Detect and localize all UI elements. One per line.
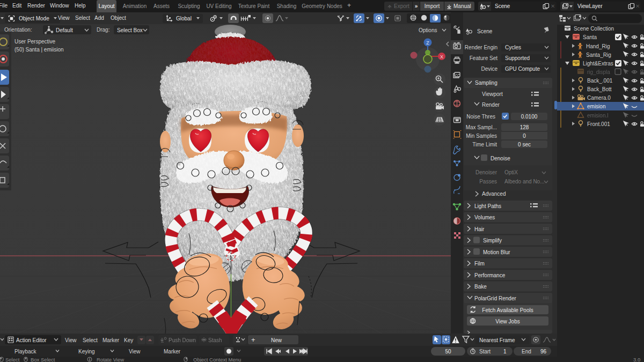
svg-text:0 sec: 0 sec [518, 142, 531, 147]
svg-text:Volumes: Volumes [474, 215, 495, 220]
svg-text:New: New [271, 337, 282, 343]
svg-text:Hand_Rig: Hand_Rig [586, 43, 610, 49]
svg-text:View: View [129, 349, 141, 354]
svg-text:Performance: Performance [474, 272, 506, 278]
svg-text:Device: Device [481, 66, 497, 72]
svg-text:0.0100: 0.0100 [521, 114, 538, 120]
svg-text:Cycles: Cycles [505, 45, 521, 50]
svg-text:Select Box: Select Box [117, 27, 143, 33]
svg-text:Min Samples: Min Samples [466, 133, 497, 139]
svg-text:Default: Default [56, 27, 73, 33]
svg-text:Rotate View: Rotate View [97, 357, 124, 362]
svg-text:Noise Thres: Noise Thres [466, 114, 495, 120]
svg-text:Stash: Stash [208, 337, 222, 343]
svg-text:Playback: Playback [14, 349, 37, 354]
svg-text:Santa_Rig: Santa_Rig [586, 52, 611, 58]
svg-text:Render Engin: Render Engin [465, 45, 497, 50]
svg-text:emision.l: emision.l [587, 113, 608, 119]
svg-text:Advanced: Advanced [482, 191, 506, 197]
svg-text:Start: Start [479, 349, 491, 354]
svg-text:PolarGrid Render: PolarGrid Render [474, 295, 516, 301]
svg-text:Passes: Passes [479, 179, 497, 184]
svg-text:Max Sampl...: Max Sampl... [466, 124, 497, 130]
svg-text:Marker: Marker [103, 337, 120, 343]
svg-text:Select: Select [83, 337, 98, 343]
svg-text:Nearest Frame: Nearest Frame [479, 337, 515, 343]
svg-text:Push Down: Push Down [169, 337, 196, 343]
svg-text:Options: Options [419, 27, 437, 33]
svg-text:Scene: Scene [477, 28, 493, 34]
svg-text:Santa: Santa [583, 34, 597, 40]
svg-text:Orientation:: Orientation: [4, 27, 32, 33]
svg-text:Select: Select [5, 357, 20, 362]
svg-text:Box Select: Box Select [31, 357, 55, 362]
svg-text:Drag:: Drag: [97, 27, 109, 33]
svg-text:Action Editor: Action Editor [16, 337, 47, 343]
svg-text:Simplify: Simplify [483, 238, 502, 243]
svg-text:Sampling: Sampling [475, 80, 497, 86]
svg-text:Viewport: Viewport [482, 91, 503, 97]
svg-text:Bake: Bake [474, 284, 487, 290]
svg-text:+: + [251, 336, 255, 344]
svg-text:Back_.001: Back_.001 [587, 78, 613, 84]
svg-text:Fetch Available Pools: Fetch Available Pools [482, 307, 533, 313]
svg-text:OptiX: OptiX [504, 169, 518, 175]
svg-text:X: X [440, 54, 443, 60]
svg-text:End: End [522, 349, 531, 354]
svg-text:View Jobs: View Jobs [495, 319, 519, 324]
svg-text:Light Paths: Light Paths [474, 203, 501, 209]
svg-text:Feature Set: Feature Set [470, 55, 497, 61]
svg-text:Front.001: Front.001 [587, 121, 610, 127]
svg-text:3.0: 3.0 [633, 357, 640, 362]
svg-text:96: 96 [540, 349, 547, 354]
svg-text:Albedo and No...: Albedo and No... [504, 179, 545, 184]
svg-text:Object Context Menu: Object Context Menu [193, 357, 241, 362]
svg-text:Time Limit: Time Limit [472, 142, 497, 147]
svg-text:Hair: Hair [474, 226, 485, 232]
svg-text:View: View [65, 337, 77, 343]
svg-text:Supported: Supported [505, 55, 530, 61]
svg-text:Denoise: Denoise [491, 156, 510, 161]
svg-text:Back_Bott: Back_Bott [587, 86, 612, 92]
svg-text:Camera.0: Camera.0 [587, 95, 611, 101]
svg-text:Light&Extras: Light&Extras [583, 61, 613, 67]
svg-text:Marker: Marker [164, 349, 181, 354]
svg-text:Render: Render [482, 102, 500, 108]
svg-text:128: 128 [520, 124, 529, 130]
svg-text:User Perspective: User Perspective [14, 39, 56, 45]
svg-text:Scene Collection: Scene Collection [574, 26, 614, 32]
svg-text:Keying: Keying [78, 349, 95, 354]
svg-text:Z: Z [426, 40, 429, 46]
svg-text:50: 50 [445, 349, 451, 354]
svg-text:rig_displa: rig_displa [587, 69, 610, 75]
svg-text:1: 1 [503, 349, 507, 354]
svg-text:0: 0 [523, 133, 526, 139]
svg-text:Motion Blur: Motion Blur [483, 249, 510, 255]
svg-text:Denoiser: Denoiser [475, 169, 497, 175]
svg-text:Key: Key [124, 337, 133, 343]
svg-text:GPU Compute: GPU Compute [505, 66, 540, 72]
svg-text:emision: emision [587, 104, 605, 109]
svg-text:Film: Film [474, 261, 485, 267]
svg-text:(50) Santa | emiision: (50) Santa | emiision [14, 47, 64, 53]
